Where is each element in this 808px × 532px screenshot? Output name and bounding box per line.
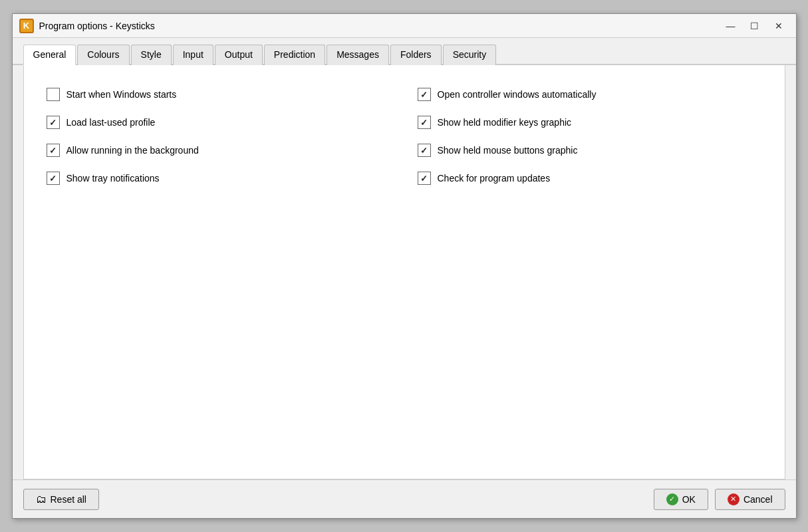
ok-icon: ✓ — [666, 493, 678, 505]
tab-input[interactable]: Input — [173, 45, 213, 65]
cancel-button[interactable]: ✕ Cancel — [715, 489, 785, 510]
content-area: Start when Windows starts Open controlle… — [23, 65, 785, 479]
maximize-button[interactable]: ☐ — [744, 19, 765, 33]
program-options-window: K Program options - Keysticks — ☐ ✕ Gene… — [12, 13, 797, 519]
tabs-bar: General Colours Style Input Output Predi… — [13, 38, 796, 65]
checkbox-start-windows[interactable]: Start when Windows starts — [47, 88, 391, 101]
app-icon: K — [19, 19, 34, 33]
tab-general[interactable]: General — [23, 45, 76, 65]
minimize-button[interactable]: — — [720, 19, 741, 33]
title-left: K Program options - Keysticks — [19, 19, 155, 33]
tab-colours[interactable]: Colours — [77, 45, 129, 65]
checkbox-box-show-mouse[interactable] — [418, 144, 431, 157]
title-controls: — ☐ ✕ — [720, 19, 789, 33]
tab-output[interactable]: Output — [215, 45, 263, 65]
close-button[interactable]: ✕ — [768, 19, 789, 33]
reset-icon: 🗂 — [36, 493, 47, 505]
checkbox-load-profile[interactable]: Load last-used profile — [47, 116, 391, 129]
checkbox-box-open-controller[interactable] — [418, 88, 431, 101]
checkbox-label-open-controller: Open controller windows automatically — [438, 89, 597, 100]
checkbox-show-modifier[interactable]: Show held modifier keys graphic — [418, 116, 762, 129]
checkbox-check-updates[interactable]: Check for program updates — [418, 172, 762, 185]
checkbox-open-controller[interactable]: Open controller windows automatically — [418, 88, 762, 101]
tab-messages[interactable]: Messages — [327, 45, 389, 65]
footer-right: ✓ OK ✕ Cancel — [654, 489, 785, 510]
footer: 🗂 Reset all ✓ OK ✕ Cancel — [13, 479, 796, 518]
checkbox-show-tray[interactable]: Show tray notifications — [47, 172, 391, 185]
reset-label: Reset all — [51, 494, 86, 505]
tab-security[interactable]: Security — [443, 45, 497, 65]
checkbox-box-start-windows[interactable] — [47, 88, 60, 101]
checkbox-box-allow-background[interactable] — [47, 144, 60, 157]
cancel-label: Cancel — [743, 494, 773, 505]
checkbox-show-mouse[interactable]: Show held mouse buttons graphic — [418, 144, 762, 157]
checkbox-box-load-profile[interactable] — [47, 116, 60, 129]
cancel-icon: ✕ — [728, 493, 740, 505]
checkbox-label-show-mouse: Show held mouse buttons graphic — [438, 145, 578, 156]
tab-prediction[interactable]: Prediction — [264, 45, 325, 65]
checkbox-box-check-updates[interactable] — [418, 172, 431, 185]
title-bar: K Program options - Keysticks — ☐ ✕ — [13, 14, 796, 38]
checkboxes-grid: Start when Windows starts Open controlle… — [40, 81, 769, 192]
tab-style[interactable]: Style — [131, 45, 172, 65]
checkbox-label-load-profile: Load last-used profile — [67, 117, 156, 128]
reset-all-button[interactable]: 🗂 Reset all — [23, 489, 99, 510]
ok-button[interactable]: ✓ OK — [654, 489, 708, 510]
ok-label: OK — [682, 494, 696, 505]
window-title: Program options - Keysticks — [39, 21, 155, 31]
checkbox-label-show-tray: Show tray notifications — [67, 173, 160, 184]
checkbox-box-show-tray[interactable] — [47, 172, 60, 185]
checkbox-label-allow-background: Allow running in the background — [67, 145, 199, 156]
checkbox-label-check-updates: Check for program updates — [438, 173, 551, 184]
checkbox-label-show-modifier: Show held modifier keys graphic — [438, 117, 572, 128]
checkbox-label-start-windows: Start when Windows starts — [67, 89, 177, 100]
checkbox-allow-background[interactable]: Allow running in the background — [47, 144, 391, 157]
checkbox-box-show-modifier[interactable] — [418, 116, 431, 129]
tab-folders[interactable]: Folders — [390, 45, 442, 65]
